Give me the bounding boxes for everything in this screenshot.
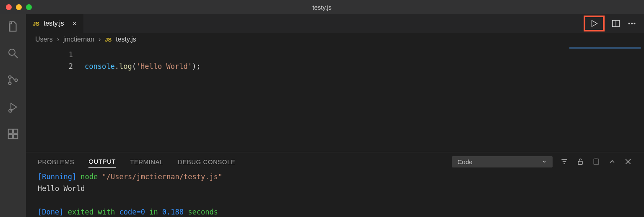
tab-filename: testy.js xyxy=(44,20,64,27)
output-line xyxy=(38,194,632,206)
svg-rect-7 xyxy=(8,129,13,133)
filter-icon[interactable] xyxy=(560,157,569,166)
run-code-button-highlight xyxy=(584,16,605,31)
run-code-button[interactable] xyxy=(589,19,599,28)
panel-tab-output[interactable]: OUTPUT xyxy=(88,155,116,168)
vscode-window: testy.js JS testy.js xyxy=(0,0,644,217)
bottom-panel: PROBLEMS OUTPUT TERMINAL DEBUG CONSOLE C… xyxy=(26,152,644,217)
editor-actions xyxy=(584,14,644,33)
editor-line: 1 xyxy=(26,49,644,60)
panel-tab-problems[interactable]: PROBLEMS xyxy=(38,156,74,168)
source-control-icon[interactable] xyxy=(7,74,19,86)
line-content[interactable]: console.log('Hello World'); xyxy=(85,60,200,72)
js-file-icon: JS xyxy=(105,37,112,43)
svg-rect-8 xyxy=(13,129,18,133)
code-editor[interactable]: 1 2 console.log('Hello World'); xyxy=(26,46,644,152)
tab-testy-js[interactable]: JS testy.js × xyxy=(26,14,84,33)
lock-icon[interactable] xyxy=(576,157,584,166)
svg-point-2 xyxy=(8,76,11,78)
panel-tab-debug-console[interactable]: DEBUG CONSOLE xyxy=(178,156,235,168)
line-number: 1 xyxy=(26,49,85,60)
svg-rect-21 xyxy=(594,159,599,164)
js-file-icon: JS xyxy=(33,21,39,27)
output-body[interactable]: [Running] node "/Users/jmctiernan/testy.… xyxy=(26,171,644,217)
minimize-window-button[interactable] xyxy=(16,4,22,10)
line-number: 2 xyxy=(26,60,85,72)
extensions-icon[interactable] xyxy=(7,128,19,140)
chevron-right-icon: › xyxy=(99,36,101,43)
breadcrumb-seg-file[interactable]: testy.js xyxy=(116,36,136,43)
svg-rect-10 xyxy=(13,134,18,139)
editor-line: 2 console.log('Hello World'); xyxy=(26,60,644,72)
close-panel-icon[interactable] xyxy=(624,157,632,166)
svg-marker-11 xyxy=(592,21,597,27)
svg-point-15 xyxy=(631,23,633,24)
dropdown-value: Code xyxy=(457,158,473,165)
maximize-window-button[interactable] xyxy=(26,4,32,10)
svg-rect-9 xyxy=(8,134,13,139)
svg-point-16 xyxy=(634,23,635,24)
breadcrumb-seg-users[interactable]: Users xyxy=(35,36,53,43)
explorer-icon[interactable] xyxy=(7,20,19,33)
editor-group: JS testy.js × xyxy=(26,14,644,217)
chevron-right-icon: › xyxy=(57,36,59,43)
panel-actions: Code xyxy=(452,156,632,167)
breadcrumb-seg-user[interactable]: jmctiernan xyxy=(63,36,94,43)
close-window-button[interactable] xyxy=(6,4,12,10)
main-row: JS testy.js × xyxy=(0,14,644,217)
output-line: Hello World xyxy=(38,183,632,194)
window-controls xyxy=(0,4,32,10)
breadcrumb[interactable]: Users › jmctiernan › JS testy.js xyxy=(26,33,644,46)
chevron-up-icon[interactable] xyxy=(608,157,616,166)
svg-point-4 xyxy=(15,79,17,81)
panel-tab-bar: PROBLEMS OUTPUT TERMINAL DEBUG CONSOLE C… xyxy=(26,152,644,171)
minimap-viewport[interactable] xyxy=(569,47,641,49)
svg-point-14 xyxy=(628,23,630,24)
clear-output-icon[interactable] xyxy=(592,157,600,166)
chevron-down-icon xyxy=(541,159,547,165)
run-debug-icon[interactable] xyxy=(7,101,19,113)
svg-line-1 xyxy=(15,55,18,58)
output-line: [Running] node "/Users/jmctiernan/testy.… xyxy=(38,171,632,183)
window-title: testy.js xyxy=(312,4,332,11)
output-channel-dropdown[interactable]: Code xyxy=(452,156,553,167)
close-tab-icon[interactable]: × xyxy=(73,19,77,28)
svg-rect-20 xyxy=(578,161,582,165)
more-actions-icon[interactable] xyxy=(627,19,636,28)
svg-point-0 xyxy=(9,49,15,55)
search-icon[interactable] xyxy=(7,47,19,60)
panel-tab-terminal[interactable]: TERMINAL xyxy=(130,156,164,168)
svg-point-3 xyxy=(8,82,11,84)
titlebar[interactable]: testy.js xyxy=(0,0,644,14)
split-editor-icon[interactable] xyxy=(611,19,621,28)
output-line: [Done] exited with code=0 in 0.188 secon… xyxy=(38,206,632,217)
tab-bar: JS testy.js × xyxy=(26,14,644,33)
activity-bar xyxy=(0,14,26,217)
